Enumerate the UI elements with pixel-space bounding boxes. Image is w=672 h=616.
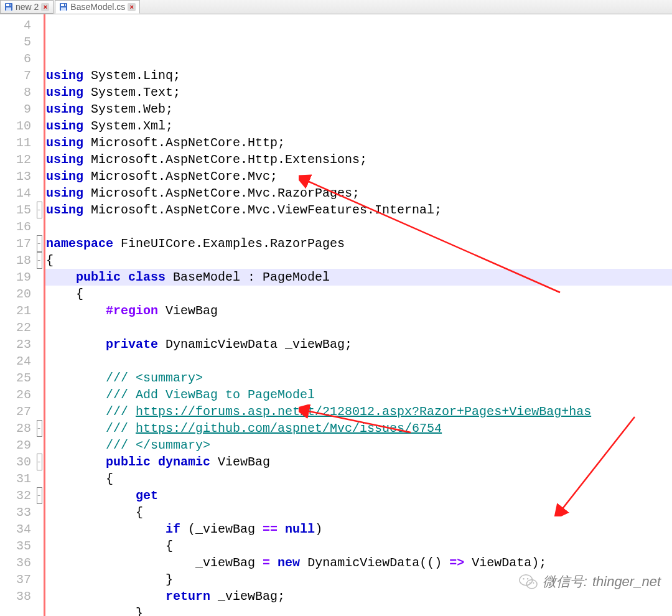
line-number: 17: [0, 235, 31, 252]
fold-cell[interactable]: −: [35, 420, 44, 437]
line-number: 14: [0, 185, 31, 202]
code-line: /// Add ViewBag to PageModel: [44, 386, 672, 403]
save-icon: [4, 2, 13, 11]
fold-cell[interactable]: [35, 269, 44, 286]
fold-gutter: −−−−−−: [35, 14, 44, 616]
line-number: 6: [0, 50, 31, 67]
wechat-icon: [519, 572, 538, 591]
svg-rect-7: [64, 4, 65, 6]
code-line: if (_viewBag == null): [44, 521, 672, 538]
fold-cell[interactable]: −: [35, 487, 44, 504]
fold-cell[interactable]: [35, 504, 44, 521]
fold-cell[interactable]: [35, 134, 44, 151]
fold-cell[interactable]: [35, 302, 44, 319]
code-line: [44, 218, 672, 235]
line-number: 10: [0, 118, 31, 134]
svg-point-16: [533, 582, 534, 584]
close-icon[interactable]: ×: [128, 3, 136, 11]
watermark-value: thinger_net: [592, 574, 661, 590]
code-line: using Microsoft.AspNetCore.Http;: [44, 134, 672, 151]
line-number: 22: [0, 319, 31, 336]
code-line: /// https://github.com/aspnet/Mvc/issues…: [44, 420, 672, 437]
fold-cell[interactable]: [35, 17, 44, 34]
line-number: 35: [0, 538, 31, 554]
fold-cell[interactable]: [35, 218, 44, 235]
fold-cell[interactable]: [35, 286, 44, 302]
line-number: 20: [0, 286, 31, 302]
fold-cell[interactable]: [35, 84, 44, 101]
line-number: 27: [0, 403, 31, 420]
code-line: using System.Text;: [44, 84, 672, 101]
editor: 4567891011121314151617181920212223242526…: [0, 14, 672, 616]
fold-cell[interactable]: −: [35, 202, 44, 218]
line-number: 31: [0, 470, 31, 487]
fold-cell[interactable]: [35, 353, 44, 370]
fold-cell[interactable]: [35, 521, 44, 538]
fold-cell[interactable]: [35, 470, 44, 487]
code-line: using System.Xml;: [44, 118, 672, 134]
code-area[interactable]: using System.Linq;using System.Text;usin…: [44, 14, 672, 616]
line-number: 23: [0, 336, 31, 353]
svg-rect-3: [9, 4, 11, 6]
line-number: 19: [0, 269, 31, 286]
line-number: 36: [0, 554, 31, 571]
fold-cell[interactable]: [35, 370, 44, 386]
close-icon[interactable]: ×: [41, 3, 49, 11]
code-line: }: [44, 605, 672, 616]
fold-cell[interactable]: [35, 538, 44, 554]
line-number: 25: [0, 370, 31, 386]
code-line: using Microsoft.AspNetCore.Http.Extensio…: [44, 151, 672, 168]
line-number: 24: [0, 353, 31, 370]
tab-label: BaseModel.cs: [70, 2, 125, 12]
fold-cell[interactable]: [35, 437, 44, 454]
code-line: {: [44, 252, 672, 269]
tab-basemodel[interactable]: BaseModel.cs ×: [55, 0, 140, 14]
svg-rect-6: [61, 7, 66, 11]
tab-new2[interactable]: new 2 ×: [0, 0, 54, 14]
fold-cell[interactable]: [35, 319, 44, 336]
line-number: 8: [0, 84, 31, 101]
change-marker: [44, 14, 45, 616]
svg-point-15: [530, 582, 531, 584]
fold-cell[interactable]: [35, 34, 44, 50]
line-number: 29: [0, 437, 31, 454]
fold-cell[interactable]: [35, 151, 44, 168]
code-line: {: [44, 504, 672, 521]
fold-cell[interactable]: [35, 336, 44, 353]
svg-rect-2: [6, 7, 11, 11]
fold-cell[interactable]: [35, 185, 44, 202]
fold-cell[interactable]: [35, 168, 44, 185]
line-number: 4: [0, 17, 31, 34]
fold-cell[interactable]: [35, 101, 44, 118]
fold-cell[interactable]: [35, 386, 44, 403]
code-line: using Microsoft.AspNetCore.Mvc.RazorPage…: [44, 185, 672, 202]
line-number: 30: [0, 454, 31, 470]
fold-cell[interactable]: [35, 50, 44, 67]
fold-cell[interactable]: [35, 554, 44, 571]
code-line: /// https://forums.asp.net/t/2128012.asp…: [44, 403, 672, 420]
line-number-gutter: 4567891011121314151617181920212223242526…: [0, 14, 35, 616]
code-line: public class BaseModel : PageModel: [44, 269, 672, 286]
fold-cell[interactable]: −: [35, 235, 44, 252]
code-line: [44, 353, 672, 370]
save-icon: [59, 2, 68, 11]
fold-cell[interactable]: [35, 571, 44, 588]
code-line: /// <summary>: [44, 370, 672, 386]
fold-cell[interactable]: [35, 67, 44, 84]
tab-bar: new 2 × BaseModel.cs ×: [0, 0, 672, 14]
svg-point-14: [527, 578, 528, 579]
line-number: 18: [0, 252, 31, 269]
line-number: 26: [0, 386, 31, 403]
line-number: 13: [0, 168, 31, 185]
code-line: /// </summary>: [44, 437, 672, 454]
watermark: 微信号: thinger_net: [519, 572, 661, 591]
code-line: #region ViewBag: [44, 302, 672, 319]
fold-cell[interactable]: [35, 403, 44, 420]
fold-cell[interactable]: [35, 118, 44, 134]
fold-cell[interactable]: −: [35, 454, 44, 470]
line-number: 21: [0, 302, 31, 319]
fold-cell[interactable]: −: [35, 252, 44, 269]
line-number: 16: [0, 218, 31, 235]
fold-cell[interactable]: [35, 588, 44, 605]
code-line: using Microsoft.AspNetCore.Mvc.ViewFeatu…: [44, 202, 672, 218]
